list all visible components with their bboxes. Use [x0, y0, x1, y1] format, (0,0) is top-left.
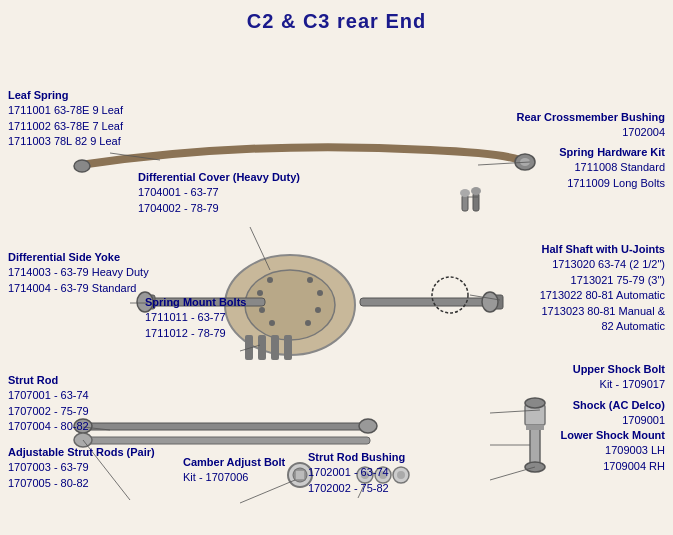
svg-point-2: [74, 160, 90, 172]
svg-point-18: [482, 292, 498, 312]
svg-rect-27: [80, 437, 370, 444]
spring-mount-bolts-label: Spring Mount Bolts 1711011 - 63-77 17110…: [145, 295, 246, 341]
svg-point-10: [257, 290, 263, 296]
svg-rect-22: [271, 335, 279, 360]
svg-point-6: [317, 290, 323, 296]
half-shaft-label: Half Shaft with U-Joints 1713020 63-74 (…: [540, 242, 665, 334]
svg-rect-23: [284, 335, 292, 360]
page-title: C2 & C3 rear End: [0, 0, 673, 33]
svg-point-32: [525, 398, 545, 408]
svg-point-11: [259, 307, 265, 313]
camber-adjust-bolt-kit-label: Camber Adjust Bolt Kit - 1707006: [183, 455, 285, 486]
diagram-container: C2 & C3 rear End: [0, 0, 673, 535]
svg-point-19: [432, 277, 468, 313]
lower-shock-mount-label: Lower Shock Mount 1709003 LH 1709004 RH: [561, 428, 666, 474]
svg-point-8: [305, 320, 311, 326]
svg-point-45: [460, 189, 470, 197]
upper-shock-bolt-kit-label: Upper Shock Bolt Kit - 1709017: [573, 362, 665, 393]
svg-rect-31: [526, 425, 544, 430]
svg-rect-21: [258, 335, 266, 360]
svg-point-5: [307, 277, 313, 283]
spring-hardware-kit-label: Spring Hardware Kit 1711008 Standard 171…: [559, 145, 665, 191]
svg-point-7: [315, 307, 321, 313]
svg-point-9: [267, 277, 273, 283]
rear-crossmember-bushing-label: Rear Crossmember Bushing 1702004: [516, 110, 665, 141]
svg-rect-16: [360, 298, 490, 306]
svg-rect-44: [473, 193, 479, 211]
adjustable-strut-rods-label: Adjustable Strut Rods (Pair) 1707003 - 6…: [8, 445, 155, 491]
svg-line-57: [490, 467, 535, 480]
svg-point-46: [471, 187, 481, 195]
differential-cover-label: Differential Cover (Heavy Duty) 1704001 …: [138, 170, 300, 216]
svg-point-12: [269, 320, 275, 326]
svg-point-26: [359, 419, 377, 433]
svg-rect-24: [80, 423, 370, 430]
strut-rod-label: Strut Rod 1707001 - 63-74 1707002 - 75-7…: [8, 373, 89, 435]
shock-label: Shock (AC Delco) 1709001: [573, 398, 665, 429]
strut-rod-bushing-label: Strut Rod Bushing 1702001 - 63-74 170200…: [308, 450, 405, 496]
svg-rect-36: [295, 470, 305, 480]
differential-side-yoke-label: Differential Side Yoke 1714003 - 63-79 H…: [8, 250, 149, 296]
leaf-spring-label: Leaf Spring 1711001 63-78E 9 Leaf 171100…: [8, 88, 123, 150]
svg-rect-43: [462, 195, 468, 211]
